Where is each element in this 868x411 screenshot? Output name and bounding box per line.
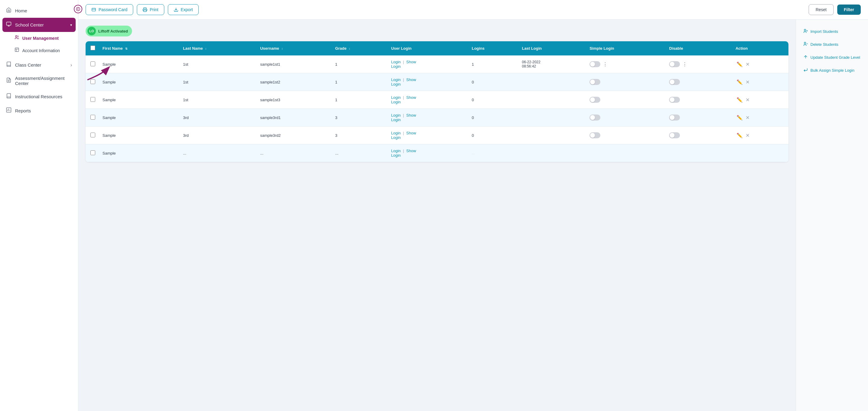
simple-login-toggle[interactable] xyxy=(590,79,600,85)
login-link[interactable]: Login xyxy=(391,131,401,135)
action-cell: ✏️ ✕ xyxy=(732,109,788,127)
edit-button[interactable]: ✏️ xyxy=(735,132,744,139)
username-header[interactable]: Username ↕ xyxy=(256,41,332,56)
svg-point-2 xyxy=(16,36,17,37)
disable-toggle[interactable] xyxy=(669,115,680,121)
sidebar-instructional-label: Instructional Resources xyxy=(15,94,72,99)
sidebar-item-reports[interactable]: Reports xyxy=(0,104,78,118)
instructional-resources-icon xyxy=(6,93,11,100)
row-checkbox[interactable] xyxy=(90,97,95,102)
table-row: Sample 3rd sample3rd1 3 Login | ShowLogi… xyxy=(86,109,788,127)
disable-toggle[interactable] xyxy=(669,97,680,103)
sidebar-item-user-management[interactable]: User Management xyxy=(0,32,78,44)
simple-login-header: Simple Login xyxy=(586,41,665,56)
logins-cell: 0 xyxy=(468,109,518,127)
simple-login-cell xyxy=(586,109,665,127)
last-name-header[interactable]: Last Name ↕ xyxy=(179,41,256,56)
delete-button[interactable]: ✕ xyxy=(744,78,751,86)
username-cell: sample3rd1 xyxy=(256,109,332,127)
filter-button[interactable]: Filter xyxy=(837,4,861,15)
print-button[interactable]: Print xyxy=(137,4,164,15)
assessment-center-icon xyxy=(6,77,11,84)
sidebar-item-instructional-resources[interactable]: Instructional Resources xyxy=(0,90,78,104)
disable-dots-button[interactable]: ⋮ xyxy=(681,61,688,68)
disable-toggle[interactable] xyxy=(669,132,680,138)
liftoff-dot: LO xyxy=(87,27,96,35)
row-checkbox[interactable] xyxy=(90,133,95,137)
last-name-cell: 1st xyxy=(179,56,256,73)
sidebar-user-management-label: User Management xyxy=(22,36,59,41)
edit-button[interactable]: ✏️ xyxy=(735,78,744,86)
school-center-chevron-icon: ▾ xyxy=(70,23,72,27)
back-button[interactable] xyxy=(74,5,82,13)
simple-login-dots-button[interactable]: ⋮ xyxy=(601,61,609,68)
update-grade-label: Update Student Grade Level xyxy=(810,55,860,60)
username-sort-icon: ↕ xyxy=(281,47,283,50)
logins-cell: 1 xyxy=(468,56,518,73)
login-link[interactable]: Login xyxy=(391,149,401,153)
delete-button[interactable]: ✕ xyxy=(744,96,751,103)
simple-login-toggle[interactable] xyxy=(590,115,600,121)
sidebar-item-account-information[interactable]: Account Information xyxy=(0,44,78,57)
grade-cell: 3 xyxy=(332,109,388,127)
bulk-assign-action[interactable]: Bulk Assign Simple Login xyxy=(801,64,863,76)
login-link[interactable]: Login xyxy=(391,60,401,64)
logins-cell: 0 xyxy=(468,91,518,109)
sidebar-item-class-center[interactable]: Class Center › xyxy=(0,58,78,72)
user-login-header: User Login xyxy=(388,41,468,56)
reset-button[interactable]: Reset xyxy=(809,4,834,15)
username-cell: sample1st1 xyxy=(256,56,332,73)
login-link[interactable]: Login xyxy=(391,113,401,118)
login-link[interactable]: Login xyxy=(391,77,401,82)
user-login-cell: Login | ShowLogin xyxy=(388,144,468,162)
sidebar-item-assessment-center[interactable]: Assessment/Assignment Center xyxy=(0,72,78,90)
password-card-button[interactable]: Password Card xyxy=(86,4,133,15)
last-name-cell: ... xyxy=(179,144,256,162)
last-name-cell: 3rd xyxy=(179,127,256,144)
bulk-assign-icon xyxy=(803,67,808,73)
table-header-row: First Name ⇅ Last Name ↕ Username ↕ Gr xyxy=(86,41,788,56)
username-cell: sample3rd2 xyxy=(256,127,332,144)
class-center-chevron-icon: › xyxy=(70,62,72,68)
last-login-cell xyxy=(518,127,586,144)
simple-login-toggle[interactable] xyxy=(590,97,600,103)
edit-button[interactable]: ✏️ xyxy=(735,114,744,121)
print-icon xyxy=(143,7,147,12)
class-center-icon xyxy=(6,61,11,68)
update-grade-level-action[interactable]: Update Student Grade Level xyxy=(801,52,863,63)
disable-cell xyxy=(665,127,732,144)
disable-toggle[interactable] xyxy=(669,79,680,85)
svg-point-20 xyxy=(804,42,806,44)
disable-toggle[interactable] xyxy=(669,61,680,67)
simple-login-toggle[interactable] xyxy=(590,132,600,138)
delete-button[interactable]: ✕ xyxy=(744,114,751,121)
row-checkbox[interactable] xyxy=(90,79,95,84)
students-table: First Name ⇅ Last Name ↕ Username ↕ Gr xyxy=(86,41,788,162)
import-students-action[interactable]: Import Students xyxy=(801,26,863,37)
account-information-icon xyxy=(14,47,19,54)
sidebar-item-home[interactable]: Home xyxy=(0,4,78,18)
delete-students-action[interactable]: Delete Students xyxy=(801,38,863,50)
edit-button[interactable]: ✏️ xyxy=(735,96,744,103)
login-link[interactable]: Login xyxy=(391,95,401,100)
first-name-cell: Sample xyxy=(99,127,179,144)
row-checkbox[interactable] xyxy=(90,115,95,120)
delete-button[interactable]: ✕ xyxy=(744,61,751,68)
home-icon xyxy=(6,7,11,14)
edit-button[interactable]: ✏️ xyxy=(735,61,744,68)
row-checkbox[interactable] xyxy=(90,61,95,66)
select-all-header[interactable] xyxy=(86,41,99,56)
grade-header[interactable]: Grade ↕ xyxy=(332,41,388,56)
first-name-header[interactable]: First Name ⇅ xyxy=(99,41,179,56)
simple-login-toggle[interactable] xyxy=(590,61,600,67)
user-login-cell: Login | ShowLogin xyxy=(388,73,468,91)
select-all-checkbox[interactable] xyxy=(90,45,95,50)
delete-students-icon xyxy=(803,41,808,47)
sidebar-item-school-center[interactable]: School Center ▾ xyxy=(2,18,76,32)
delete-students-label: Delete Students xyxy=(810,42,838,47)
simple-login-cell xyxy=(586,91,665,109)
row-checkbox[interactable] xyxy=(90,150,95,155)
export-button[interactable]: Export xyxy=(168,4,198,15)
delete-button[interactable]: ✕ xyxy=(744,132,751,139)
sidebar-class-center-label: Class Center xyxy=(15,62,67,67)
